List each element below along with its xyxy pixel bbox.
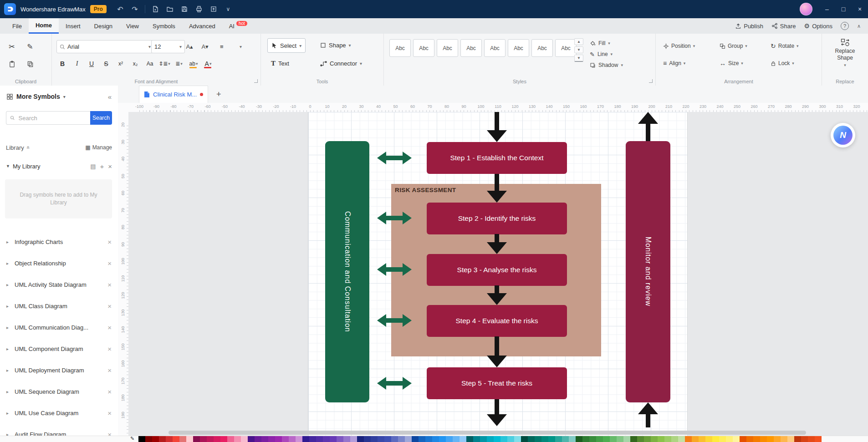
palette-swatch[interactable] — [569, 436, 576, 442]
palette-swatch[interactable] — [658, 436, 664, 442]
palette-swatch[interactable] — [234, 436, 241, 442]
palette-swatch[interactable] — [193, 436, 200, 442]
palette-swatch[interactable] — [507, 436, 514, 442]
palette-swatch[interactable] — [357, 436, 364, 442]
palette-swatch[interactable] — [446, 436, 453, 442]
palette-swatch[interactable] — [555, 436, 562, 442]
menu-symbols[interactable]: Symbols — [146, 18, 182, 34]
styles-more-icon[interactable]: ▼ — [574, 55, 583, 62]
palette-swatch[interactable] — [651, 436, 658, 442]
close-icon[interactable]: × — [107, 281, 112, 289]
triangle-right-icon[interactable]: ▸ — [6, 282, 11, 287]
palette-swatch[interactable] — [466, 436, 473, 442]
flow-arrow-up[interactable] — [646, 123, 650, 141]
open-folder-icon[interactable] — [163, 2, 177, 16]
palette-swatch[interactable] — [562, 436, 569, 442]
palette-swatch[interactable] — [589, 436, 596, 442]
style-preview[interactable]: Abc — [460, 39, 482, 57]
underline-button[interactable]: U — [85, 57, 98, 70]
palette-swatch[interactable] — [186, 436, 193, 442]
library-item[interactable]: ▸Audit Flow Diagram× — [0, 424, 118, 436]
communication-bar[interactable]: Communication and Consultation — [325, 141, 369, 402]
shadow-dropdown[interactable]: Shadow▾ — [590, 61, 623, 70]
palette-swatch[interactable] — [787, 436, 794, 442]
styles-up-icon[interactable]: ▲ — [574, 38, 583, 45]
save-icon[interactable] — [177, 2, 192, 16]
palette-swatch[interactable] — [705, 436, 712, 442]
position-dropdown[interactable]: Position▾ — [663, 40, 695, 52]
double-arrow[interactable] — [377, 314, 412, 327]
strikethrough-button[interactable]: S — [99, 57, 113, 70]
flow-arrow-down[interactable] — [495, 234, 499, 243]
italic-button[interactable]: I — [70, 57, 84, 70]
export-icon[interactable] — [206, 2, 221, 16]
palette-swatch[interactable] — [275, 436, 282, 442]
double-arrow[interactable] — [377, 376, 412, 390]
palette-swatch[interactable] — [794, 436, 801, 442]
step-box[interactable]: Step 2 - Identify the risks — [427, 203, 567, 234]
options-button[interactable]: ⚙ Options — [804, 22, 832, 30]
palette-swatch[interactable] — [753, 436, 760, 442]
palette-swatch[interactable] — [350, 436, 357, 442]
copy-icon[interactable] — [24, 57, 36, 70]
text-tool-button[interactable]: T Text — [267, 56, 293, 70]
step-box[interactable]: Step 1 - Establish the Context — [427, 142, 567, 174]
double-arrow[interactable] — [377, 263, 412, 276]
palette-swatch[interactable] — [282, 436, 289, 442]
mylib-add-icon[interactable]: + — [100, 163, 104, 170]
palette-swatch[interactable] — [227, 436, 234, 442]
palette-swatch[interactable] — [159, 436, 166, 442]
ai-assistant-bubble[interactable]: N — [831, 123, 855, 147]
close-icon[interactable]: × — [107, 388, 112, 396]
mylib-close-icon[interactable]: × — [108, 163, 112, 170]
palette-swatch[interactable] — [384, 436, 391, 442]
library-item[interactable]: ▸UML Communication Diag...× — [0, 317, 118, 338]
library-item[interactable]: ▸UML Activity State Diagram× — [0, 274, 118, 295]
triangle-right-icon[interactable]: ▸ — [6, 325, 11, 330]
close-icon[interactable]: × — [107, 324, 112, 331]
menu-view[interactable]: View — [119, 18, 146, 34]
triangle-right-icon[interactable]: ▸ — [6, 304, 11, 309]
palette-swatch[interactable] — [138, 436, 145, 442]
replace-shape-button[interactable]: Replace Shape ▾ — [822, 38, 868, 68]
more-commands-icon[interactable]: ∨ — [221, 2, 235, 16]
font-name-select[interactable]: Arial ▾ — [56, 40, 154, 53]
more-symbols-title[interactable]: More Symbols — [16, 93, 60, 100]
undo-icon[interactable]: ↶ — [113, 2, 128, 16]
palette-swatch[interactable] — [316, 436, 323, 442]
style-preview[interactable]: Abc — [508, 39, 529, 57]
double-arrow[interactable] — [377, 211, 412, 225]
lock-dropdown[interactable]: Lock▾ — [771, 57, 794, 69]
palette-swatch[interactable] — [378, 436, 384, 442]
palette-swatch[interactable] — [173, 436, 179, 442]
palette-swatch[interactable] — [767, 436, 774, 442]
close-icon[interactable]: × — [107, 259, 112, 267]
flow-arrow-down[interactable] — [495, 336, 499, 356]
styles-down-icon[interactable]: ▼ — [574, 46, 583, 53]
palette-swatch[interactable] — [808, 436, 815, 442]
shrink-font-icon[interactable]: A▾ — [199, 40, 211, 53]
palette-swatch[interactable] — [582, 436, 589, 442]
flow-arrow-down[interactable] — [495, 174, 499, 192]
grow-font-icon[interactable]: A▴ — [183, 40, 196, 53]
fill-dropdown[interactable]: Fill▾ — [590, 39, 610, 48]
collapse-all-icon[interactable]: « — [25, 146, 31, 149]
palette-swatch[interactable] — [760, 436, 767, 442]
double-arrow[interactable] — [377, 151, 412, 165]
palette-swatch[interactable] — [719, 436, 726, 442]
canvas-viewport[interactable]: Communication and Consultation RISK ASSE… — [128, 112, 868, 436]
palette-swatch[interactable] — [494, 436, 500, 442]
palette-swatch[interactable] — [405, 436, 412, 442]
palette-swatch[interactable] — [296, 436, 302, 442]
palette-swatch[interactable] — [712, 436, 719, 442]
palette-swatch[interactable] — [726, 436, 733, 442]
format-painter-icon[interactable]: ✎ — [24, 40, 36, 53]
palette-swatch[interactable] — [419, 436, 425, 442]
close-icon[interactable]: × — [107, 345, 112, 353]
size-dropdown[interactable]: ↔ Size▾ — [720, 57, 743, 69]
text-case-button[interactable]: Aa — [143, 57, 157, 70]
paste-icon[interactable] — [5, 57, 18, 70]
palette-swatch[interactable] — [460, 436, 466, 442]
list-button[interactable]: ≣▾ — [172, 57, 186, 70]
library-item[interactable]: ▸UML Sequence Diagram× — [0, 381, 118, 402]
